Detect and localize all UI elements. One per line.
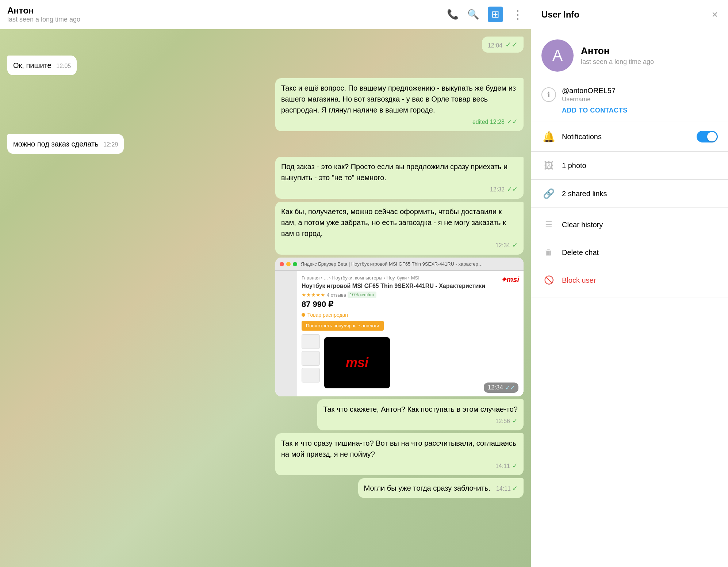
block-user-row[interactable]: 🚫 Block user (531, 266, 728, 294)
message-bubble-outgoing: Могли бы уже тогда сразу заблочить. 14:1… (358, 478, 524, 498)
chat-header: Антон last seen a long time ago 📞 🔍 ⊞ ⋮ (0, 0, 531, 29)
phone-call-icon[interactable]: 📞 (447, 9, 459, 20)
message-text: Могли бы уже тогда сразу заблочить. (364, 483, 490, 494)
block-icon: 🚫 (541, 273, 556, 288)
user-info-header: User Info × (531, 0, 728, 29)
thumbnail-list (302, 334, 320, 391)
discount-badge: 10% кешбэк (348, 292, 376, 298)
notifications-toggle[interactable] (697, 131, 718, 142)
close-button[interactable]: × (712, 9, 718, 20)
msi-logo-section: ✦msi (501, 275, 519, 284)
photo-row[interactable]: 🖼 1 photo (531, 152, 728, 180)
reviews-count: 4 отзыва (327, 292, 346, 298)
delete-icon: 🗑 (541, 245, 556, 260)
list-item: Яндекс Браузер Beta | Ноутбук игровой MS… (275, 258, 524, 396)
stock-status: Товар распродан (302, 312, 485, 318)
message-bubble-outgoing: Под заказ - это как? Просто если вы пред… (275, 157, 524, 199)
check-double-icon: ✓✓ (507, 117, 518, 127)
chat-header-actions: 📞 🔍 ⊞ ⋮ (447, 7, 524, 22)
photo-label: 1 photo (562, 161, 586, 170)
product-header: Главная › ... › Ноутбуки, компьютеры › Н… (302, 275, 519, 331)
list-item: Могли бы уже тогда сразу заблочить. 14:1… (358, 478, 524, 498)
check-icon: ✓ (512, 484, 518, 494)
screenshot-image: Яндекс Браузер Beta | Ноутбук игровой MS… (275, 258, 524, 396)
check-icon: ✓✓ (505, 40, 518, 49)
thumbnail (302, 334, 320, 349)
search-messages-icon[interactable]: 🔍 (467, 9, 479, 20)
message-text: Ок, пишите (13, 61, 51, 69)
clear-history-label: Clear history (562, 221, 603, 229)
message-text: Как бы, получается, можно сейчас оформит… (281, 208, 506, 237)
message-bubble-incoming: Ок, пишите 12:05 (7, 56, 77, 75)
product-title: Ноутбук игровой MSI GF65 Thin 9SEXR-441R… (302, 283, 485, 289)
bell-icon: 🔔 (541, 129, 556, 144)
thumbnail (302, 351, 320, 366)
toggle-columns-icon[interactable]: ⊞ (488, 7, 503, 22)
list-item: Так что скажете, Антон? Как поступать в … (317, 399, 524, 430)
message-text: Так что скажете, Антон? Как поступать в … (323, 405, 518, 413)
list-item: Как бы, получается, можно сейчас оформит… (275, 202, 524, 255)
thumbnail (302, 368, 320, 383)
msi-logo-text: msi (346, 355, 368, 370)
more-options-icon[interactable]: ⋮ (512, 8, 524, 22)
chat-contact-name: Антон (7, 5, 447, 16)
stock-indicator (302, 313, 305, 317)
check-icon: ✓ (512, 416, 518, 426)
block-user-label: Block user (562, 276, 596, 285)
list-item: можно под заказ сделать 12:29 (7, 134, 124, 154)
message-time: 12:29 (103, 141, 118, 148)
message-bubble-outgoing: Такс и ещё вопрос. По вашему предложению… (275, 78, 524, 131)
chat-header-info: Антон last seen a long time ago (7, 5, 447, 23)
username-row: ℹ @antonOREL57 Username ADD TO CONTACTS (531, 79, 728, 122)
message-text: Такс и ещё вопрос. По вашему предложению… (281, 84, 516, 114)
user-avatar: A (541, 39, 574, 72)
message-bubble-outgoing: Как бы, получается, можно сейчас оформит… (275, 202, 524, 255)
shared-links-label: 2 shared links (562, 190, 607, 198)
stars-icon: ★★★★★ (302, 292, 325, 298)
chat-contact-status: last seen a long time ago (7, 16, 447, 23)
chat-panel: Антон last seen a long time ago 📞 🔍 ⊞ ⋮ … (0, 0, 531, 567)
check-icon-overlay: ✓✓ (505, 384, 515, 391)
product-details: Главная › ... › Ноутбуки, компьютеры › Н… (302, 275, 485, 331)
message-time: 12:32 (490, 185, 505, 194)
product-main-image: msi (324, 337, 390, 388)
browser-bar-text: Яндекс Браузер Beta | Ноутбук игровой MS… (301, 261, 483, 267)
link-icon: 🔗 (541, 186, 556, 201)
message-text: Под заказ - это как? Просто если вы пред… (281, 163, 507, 182)
user-profile-section: A Антон last seen a long time ago (531, 29, 728, 79)
message-top-partial: 12:04 ✓✓ (482, 37, 524, 53)
msi-brand-text: ✦msi (501, 275, 519, 284)
message-time: 12:34 (495, 241, 510, 250)
list-item: Ок, пишите 12:05 (7, 56, 77, 75)
info-circle-icon: ℹ (541, 87, 556, 102)
browser-bar: Яндекс Браузер Beta | Ноутбук игровой MS… (275, 258, 524, 271)
shared-links-row[interactable]: 🔗 2 shared links (531, 180, 728, 208)
list-item: Такс и ещё вопрос. По вашему предложению… (275, 78, 524, 131)
list-icon: ☰ (541, 217, 556, 232)
check-double-icon: ✓✓ (507, 184, 518, 194)
message-bubble-incoming: можно под заказ сделать 12:29 (7, 134, 124, 154)
check-icon: ✓ (512, 240, 518, 250)
notifications-row: 🔔 Notifications (531, 122, 728, 152)
image-message-time: 12:34 (487, 384, 503, 391)
stock-label: Товар распродан (307, 312, 348, 318)
product-price: 87 990 ₽ (302, 300, 485, 309)
delete-chat-label: Delete chat (562, 248, 599, 257)
username-content: @antonOREL57 Username ADD TO CONTACTS (562, 87, 628, 114)
user-display-name: Антон (581, 45, 654, 57)
username-label: Username (562, 96, 628, 103)
product-content: Главная › ... › Ноутбуки, компьютеры › Н… (297, 271, 524, 396)
breadcrumb-text: Главная › ... › Ноутбуки, компьютеры › Н… (302, 275, 485, 281)
message-text: можно под заказ сделать (13, 140, 99, 148)
user-profile-info: Антон last seen a long time ago (581, 45, 654, 66)
delete-chat-row[interactable]: 🗑 Delete chat (531, 239, 728, 266)
add-to-contacts-button[interactable]: ADD TO CONTACTS (562, 107, 628, 114)
user-info-title: User Info (541, 9, 579, 20)
notifications-label: Notifications (562, 133, 691, 141)
clear-history-row[interactable]: ☰ Clear history (531, 211, 728, 239)
user-last-seen: last seen a long time ago (581, 58, 654, 66)
image-time-overlay: 12:34 ✓✓ (484, 383, 518, 393)
message-text: Так и что сразу тишина-то? Вот вы на что… (281, 439, 516, 458)
check-icon: ✓ (512, 461, 518, 471)
messages-area: 12:04 ✓✓ Ок, пишите 12:05 Такс и ещё воп… (0, 29, 531, 567)
